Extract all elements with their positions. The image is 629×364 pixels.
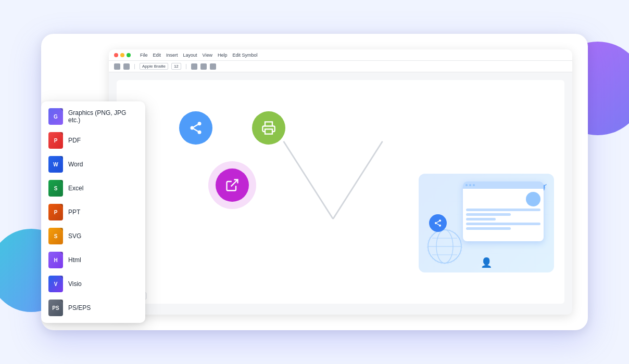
menu-item-view[interactable]: View <box>203 53 212 58</box>
dropdown-label-word: Word <box>68 161 83 168</box>
share-illustration: ✈ <box>419 174 554 272</box>
print-icon <box>261 121 276 135</box>
toolbar: Apple Braille 12 <box>109 61 572 72</box>
toolbar-bold[interactable] <box>191 63 197 70</box>
share-float-button[interactable] <box>429 214 447 232</box>
file-icon-excel: S <box>48 180 63 197</box>
export-icon <box>225 178 240 192</box>
minimize-button[interactable] <box>120 53 124 57</box>
svg-line-0 <box>284 141 333 219</box>
svg-line-5 <box>194 129 198 132</box>
svg-point-17 <box>439 225 441 227</box>
file-icon-svg: S <box>48 228 63 244</box>
file-icon-pdf: P <box>48 132 63 149</box>
file-icon-visio: V <box>48 276 63 292</box>
dropdown-item-word[interactable]: WWord <box>41 152 145 176</box>
share-node[interactable] <box>179 111 212 145</box>
toolbar-redo[interactable] <box>123 63 130 70</box>
browser-dot3 <box>473 184 475 186</box>
dropdown-label-ps: PS/EPS <box>68 304 91 311</box>
browser-content <box>463 189 544 233</box>
close-button[interactable] <box>114 53 118 57</box>
browser-dot1 <box>466 184 468 186</box>
file-icon-word: W <box>48 156 63 173</box>
user-icon: 👤 <box>481 257 492 268</box>
dropdown-item-html[interactable]: HHtml <box>41 248 145 272</box>
svg-line-19 <box>437 221 439 223</box>
toolbar-divider2 <box>186 64 186 69</box>
browser-line4 <box>466 223 540 225</box>
browser-line1 <box>466 209 540 211</box>
browser-line3 <box>466 218 496 220</box>
dropdown-item-visio[interactable]: VVisio <box>41 272 145 296</box>
globe-icon <box>424 226 466 267</box>
menu-item-layout[interactable]: Layout <box>183 53 197 58</box>
browser-line5 <box>466 227 511 230</box>
export-node[interactable] <box>216 168 249 202</box>
file-icon-html: H <box>48 252 63 268</box>
dropdown-item-graphics[interactable]: GGraphics (PNG, JPG etc.) <box>41 105 145 128</box>
app-window: FileEditInsertLayoutViewHelpEdit Symbol … <box>109 49 572 315</box>
svg-point-16 <box>435 222 437 224</box>
toolbar-italic[interactable] <box>200 63 207 70</box>
mini-browser <box>463 181 544 241</box>
dropdown-item-pdf[interactable]: PPDF <box>41 128 145 152</box>
toolbar-undo[interactable] <box>114 63 120 70</box>
dropdown-label-ppt: PPT <box>68 209 80 216</box>
svg-line-8 <box>231 180 238 187</box>
menu-bar: FileEditInsertLayoutViewHelpEdit Symbol <box>109 49 572 61</box>
toolbar-underline[interactable] <box>210 63 216 70</box>
dropdown-item-svg[interactable]: SSVG <box>41 224 145 248</box>
font-selector[interactable]: Apple Braille <box>140 63 168 70</box>
dropdown-item-ppt[interactable]: PPPT <box>41 200 145 224</box>
traffic-lights <box>114 53 131 57</box>
menu-item-insert[interactable]: Insert <box>166 53 178 58</box>
share-panel: ✈ <box>419 174 554 272</box>
dropdown-item-excel[interactable]: SExcel <box>41 176 145 200</box>
menu-items: FileEditInsertLayoutViewHelpEdit Symbol <box>140 53 257 58</box>
font-size[interactable]: 12 <box>171 63 181 70</box>
browser-bar <box>463 181 544 189</box>
svg-line-1 <box>333 141 383 219</box>
menu-item-help[interactable]: Help <box>218 53 228 58</box>
file-icon-ppt: P <box>48 204 63 220</box>
maximize-button[interactable] <box>127 53 131 57</box>
svg-line-18 <box>437 224 439 225</box>
device-frame: GGraphics (PNG, JPG etc.)PPDFWWordSExcel… <box>41 34 588 330</box>
dropdown-label-graphics: Graphics (PNG, JPG etc.) <box>68 109 138 124</box>
menu-item-edit[interactable]: Edit <box>153 53 161 58</box>
menu-item-edit-symbol[interactable]: Edit Symbol <box>232 53 257 58</box>
svg-rect-7 <box>265 129 272 134</box>
share-float-icon <box>434 219 442 227</box>
dropdown-label-svg: SVG <box>68 232 81 240</box>
toolbar-divider <box>134 64 135 69</box>
dropdown-label-html: Html <box>68 256 81 264</box>
dropdown-label-pdf: PDF <box>68 137 81 144</box>
file-icon-graphics: G <box>48 108 63 125</box>
svg-point-3 <box>191 126 194 130</box>
dropdown-item-ps[interactable]: PSPS/EPS <box>41 296 145 320</box>
browser-dot2 <box>469 184 471 186</box>
menu-item-file[interactable]: File <box>140 53 148 58</box>
dropdown-label-visio: Visio <box>68 280 82 288</box>
dropdown-label-excel: Excel <box>68 185 83 192</box>
share-icon <box>188 121 203 135</box>
svg-point-4 <box>198 131 202 134</box>
browser-avatar <box>526 192 540 206</box>
svg-line-6 <box>194 125 198 127</box>
print-node[interactable] <box>252 111 285 145</box>
canvas-area[interactable]: Page-1 ✈ <box>117 80 564 304</box>
browser-line2 <box>466 213 511 216</box>
file-icon-ps: PS <box>48 300 63 316</box>
export-dropdown: GGraphics (PNG, JPG etc.)PPDFWWordSExcel… <box>41 101 145 323</box>
svg-point-2 <box>198 122 202 125</box>
svg-point-15 <box>439 219 441 222</box>
